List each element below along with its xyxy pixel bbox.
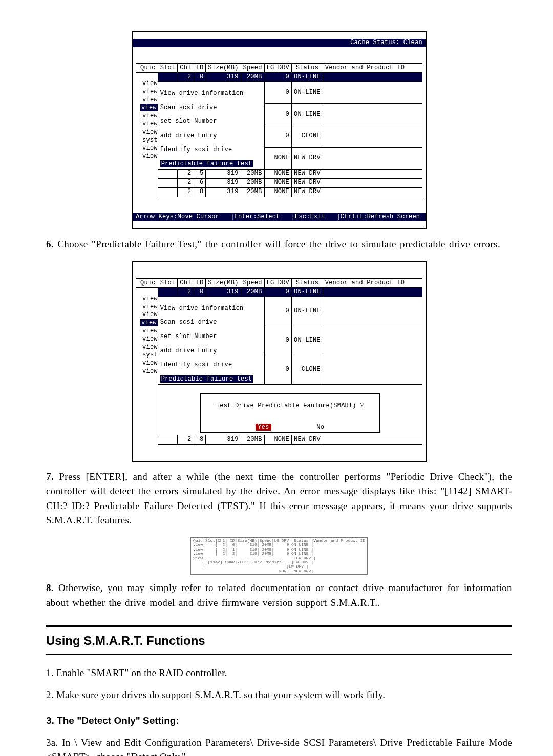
cell: 319 bbox=[206, 288, 241, 297]
cell: NONE bbox=[264, 178, 291, 187]
cell: 20MB bbox=[241, 73, 264, 82]
cell: 20MB bbox=[241, 178, 264, 187]
cell: 2 bbox=[178, 73, 194, 82]
menu-item[interactable]: View drive information bbox=[160, 90, 244, 97]
step-7-text: Press [ENTER], and after a while (the ne… bbox=[46, 471, 512, 526]
cell: 0 bbox=[194, 73, 206, 82]
cell: 20MB bbox=[241, 435, 264, 445]
cell: 319 bbox=[206, 187, 241, 197]
cell bbox=[158, 288, 178, 297]
cell: ON-LINE bbox=[291, 288, 323, 297]
screenshot-3-small: Quic|Slot|Chl| ID|Size(MB)|Speed|LG_DRV|… bbox=[190, 537, 368, 575]
menu-item[interactable]: set slot Number bbox=[160, 118, 217, 125]
list-item-3a: 3a. In \ View and Edit Configuration Par… bbox=[46, 736, 512, 756]
cell bbox=[158, 187, 178, 197]
menu-item[interactable]: add drive Entry bbox=[160, 132, 217, 139]
step-8-text: Otherwise, you may simply refer to relat… bbox=[46, 582, 512, 608]
cell: 8 bbox=[194, 435, 206, 445]
screenshot-footer-bar: Arrow Keys:Move Cursor |Enter:Select |Es… bbox=[133, 213, 426, 221]
cell: CLONE bbox=[291, 355, 323, 384]
cell: 0 bbox=[264, 125, 291, 148]
scsi-table-1: Quic Slot Chl ID Size(MB) Speed LG_DRV S… bbox=[136, 63, 422, 197]
cell: 0 bbox=[264, 297, 291, 326]
step-7-para: 7. Press [ENTER], and after a while (the… bbox=[46, 470, 512, 528]
menu-item-selected[interactable]: Predictable failure test bbox=[160, 160, 253, 167]
subheading-3: 3. The "Detect Only" Setting: bbox=[46, 713, 512, 728]
menu-item[interactable]: View drive information bbox=[160, 305, 244, 312]
menu-item-selected[interactable]: Predictable failure test bbox=[160, 375, 253, 383]
cell bbox=[323, 73, 422, 82]
cell bbox=[158, 73, 178, 82]
step-6-text: Choose "Predictable Failure Test," the c… bbox=[54, 239, 500, 249]
menu-item[interactable]: Identify scsi drive bbox=[160, 361, 232, 368]
cell: 2 bbox=[178, 435, 194, 445]
cell: 6 bbox=[194, 178, 206, 187]
cell: ON-LINE bbox=[291, 82, 323, 104]
smart-prompt: Test Drive Predictable Faulure(SMART) ? … bbox=[158, 384, 422, 435]
menu-item[interactable]: Scan scsi drive bbox=[160, 319, 217, 326]
list-item-2: 2. Make sure your drives do support S.M.… bbox=[46, 688, 512, 703]
hdr-size: Size(MB) bbox=[206, 279, 241, 288]
sidebar-labels: viewviewviewviewviewviewviewsystviewview bbox=[136, 295, 158, 376]
cell bbox=[323, 288, 422, 297]
hdr-quic: Quic bbox=[136, 64, 158, 73]
hdr-speed: Speed bbox=[241, 279, 264, 288]
hdr-slot: Slot bbox=[158, 64, 178, 73]
cell: ON-LINE bbox=[291, 73, 323, 82]
menu-item[interactable]: Scan scsi drive bbox=[160, 104, 217, 111]
hdr-lgdrv: LG_DRV bbox=[264, 279, 291, 288]
step-8-num: 8. bbox=[46, 582, 54, 593]
cell: 0 bbox=[194, 288, 206, 297]
cell bbox=[323, 187, 422, 197]
cell: 5 bbox=[194, 169, 206, 178]
yes-button[interactable]: Yes bbox=[256, 424, 271, 431]
cell: NEW DRV bbox=[291, 178, 323, 187]
cell: NONE bbox=[264, 435, 291, 445]
hdr-chl: Chl bbox=[178, 279, 194, 288]
no-button[interactable]: No bbox=[316, 424, 324, 431]
step-6-para: 6. Choose "Predictable Failure Test," th… bbox=[46, 237, 512, 252]
cell: NONE bbox=[264, 187, 291, 197]
cell: 0 bbox=[264, 103, 291, 125]
menu-item[interactable]: set slot Number bbox=[160, 333, 217, 340]
menu-item[interactable]: add drive Entry bbox=[160, 347, 217, 354]
popup-menu[interactable]: View drive information Scan scsi drive s… bbox=[158, 82, 264, 170]
cell: 0 bbox=[264, 288, 291, 297]
step-7-num: 7. bbox=[46, 471, 54, 482]
cell: 319 bbox=[206, 73, 241, 82]
step-6-num: 6. bbox=[46, 239, 54, 249]
cell: 20MB bbox=[241, 169, 264, 178]
cell: NONE bbox=[264, 148, 291, 170]
cell: NONE bbox=[264, 169, 291, 178]
hdr-status: Status bbox=[291, 279, 323, 288]
sidebar-labels: viewviewviewviewviewviewviewsystviewview bbox=[136, 80, 158, 161]
cell: NEW DRV bbox=[291, 187, 323, 197]
cell: 0 bbox=[264, 326, 291, 355]
cell bbox=[158, 169, 178, 178]
cell: 319 bbox=[206, 178, 241, 187]
cell: 0 bbox=[264, 73, 291, 82]
cell: 0 bbox=[264, 355, 291, 384]
popup-menu[interactable]: View drive information Scan scsi drive s… bbox=[158, 297, 264, 385]
cell: ON-LINE bbox=[291, 297, 323, 326]
hdr-id: ID bbox=[194, 64, 206, 73]
hdr-chl: Chl bbox=[178, 64, 194, 73]
hdr-lgdrv: LG_DRV bbox=[264, 64, 291, 73]
cell: 319 bbox=[206, 169, 241, 178]
menu-item[interactable]: Identify scsi drive bbox=[160, 146, 232, 153]
section-heading: Using S.M.A.R.T. Functions bbox=[46, 625, 512, 655]
cell: 319 bbox=[206, 435, 241, 445]
hdr-vendor: Vendor and Product ID bbox=[323, 279, 422, 288]
cell: 0 bbox=[264, 82, 291, 104]
prompt-text: Test Drive Predictable Faulure(SMART) ? bbox=[216, 402, 364, 409]
hdr-slot: Slot bbox=[158, 279, 178, 288]
cell bbox=[323, 435, 422, 445]
screenshot-1: Cache Status: Clean Quic Slot Chl ID Siz… bbox=[132, 31, 427, 229]
cell bbox=[323, 178, 422, 187]
cell: ON-LINE bbox=[291, 103, 323, 125]
cell: NEW DRV bbox=[291, 169, 323, 178]
cell: CLONE bbox=[291, 125, 323, 148]
cell: NEW DRV bbox=[291, 148, 323, 170]
screenshot-2: Quic Slot Chl ID Size(MB) Speed LG_DRV S… bbox=[132, 261, 427, 462]
hdr-id: ID bbox=[194, 279, 206, 288]
